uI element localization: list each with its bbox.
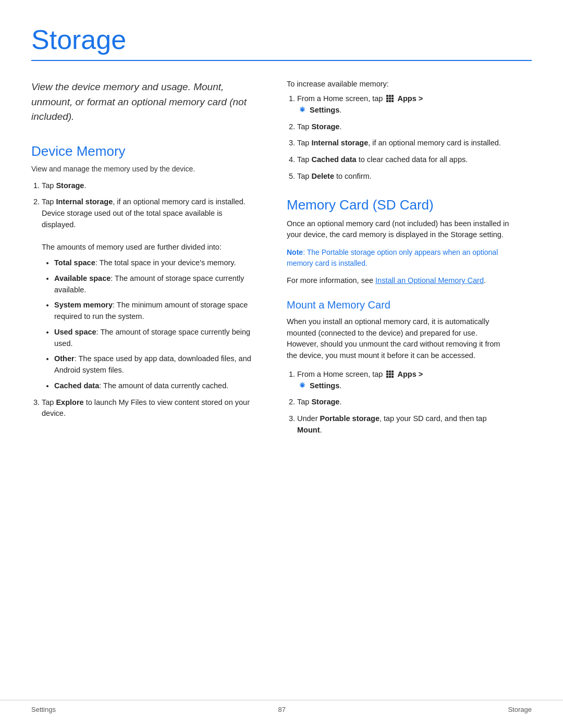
right-column: To increase available memory: From a Hom…: [287, 80, 511, 441]
svg-rect-14: [389, 373, 391, 375]
bullet-total-space: Total space: The total space in your dev…: [54, 257, 255, 269]
increase-step-3: Tap Internal storage, if an optional mem…: [297, 138, 511, 149]
svg-rect-0: [386, 95, 388, 97]
mount-apps-icon: [386, 370, 394, 378]
footer-right: Storage: [508, 706, 532, 713]
step-2-subnote: The amounts of memory used are further d…: [42, 243, 222, 251]
bullet-list: Total space: The total space in your dev…: [42, 257, 255, 392]
increase-memory-label: To increase available memory:: [287, 80, 511, 88]
svg-rect-3: [386, 97, 388, 100]
svg-rect-15: [391, 373, 394, 375]
mount-memory-card-title: Mount a Memory Card: [287, 299, 511, 311]
bullet-used-space: Used space: The amount of storage space …: [54, 327, 255, 350]
svg-rect-17: [389, 376, 391, 378]
footer-center: 87: [278, 706, 285, 713]
increase-step-4: Tap Cached data to clear cached data for…: [297, 154, 511, 166]
footer-left: Settings: [31, 706, 56, 713]
increase-step-1: From a Home screen, tap: [297, 93, 511, 116]
page-container: Storage View the device memory and usage…: [0, 0, 563, 483]
bullet-available-space: Available space: The amount of storage s…: [54, 273, 255, 296]
more-info-text: For more information, see Install an Opt…: [287, 275, 511, 287]
step-3-bold: Explore: [56, 398, 83, 406]
svg-rect-16: [386, 376, 388, 378]
left-column: View the device memory and usage. Mount,…: [31, 80, 255, 441]
settings-icon: [298, 106, 307, 114]
mount-description: When you install an optional memory card…: [287, 316, 511, 362]
step-2: Tap Internal storage, if an optional mem…: [42, 196, 255, 391]
memory-card-description: Once an optional memory card (not includ…: [287, 218, 511, 241]
apps-label: Apps >: [397, 94, 423, 103]
svg-rect-10: [386, 371, 388, 373]
increase-step-5: Tap Delete to confirm.: [297, 171, 511, 182]
bullet-other: Other: The space used by app data, downl…: [54, 353, 255, 376]
bullet-cached-data: Cached data: The amount of data currentl…: [54, 380, 255, 392]
mount-step-1: From a Home screen, tap: [297, 369, 511, 392]
settings-label: Settings: [310, 106, 339, 114]
apps-icon: [386, 94, 394, 103]
page-footer: Settings 87 Storage: [0, 700, 563, 713]
svg-rect-7: [389, 100, 391, 102]
svg-rect-12: [391, 371, 394, 373]
memory-card-note: Note: The Portable storage option only a…: [287, 247, 511, 269]
intro-text: View the device memory and usage. Mount,…: [31, 80, 255, 125]
bullet-system-memory: System memory: The minimum amount of sto…: [54, 300, 255, 323]
svg-rect-18: [391, 376, 394, 378]
svg-rect-8: [391, 100, 394, 102]
svg-rect-13: [386, 373, 388, 375]
mount-steps: From a Home screen, tap: [287, 369, 511, 436]
svg-rect-11: [389, 371, 391, 373]
device-memory-subtitle: View and manage the memory used by the d…: [31, 165, 255, 173]
increase-step-2: Tap Storage.: [297, 121, 511, 133]
step-3: Tap Explore to launch My Files to view c…: [42, 397, 255, 420]
mount-settings-label: Settings: [310, 381, 339, 390]
step-1-bold: Storage: [56, 181, 84, 190]
increase-memory-steps: From a Home screen, tap: [287, 93, 511, 182]
svg-rect-5: [391, 97, 394, 100]
memory-card-title: Memory Card (SD Card): [287, 197, 511, 213]
title-divider: [31, 60, 532, 61]
mount-settings-icon: [298, 381, 307, 390]
mount-apps-label: Apps >: [397, 370, 423, 378]
mount-step-3: Under Portable storage, tap your SD card…: [297, 413, 511, 436]
svg-rect-4: [389, 97, 391, 100]
step-1: Tap Storage.: [42, 180, 255, 192]
svg-rect-2: [391, 95, 394, 97]
device-memory-steps: Tap Storage. Tap Internal storage, if an…: [31, 180, 255, 420]
device-memory-title: Device Memory: [31, 143, 255, 159]
svg-rect-6: [386, 100, 388, 102]
mount-step-2: Tap Storage.: [297, 397, 511, 408]
page-title: Storage: [31, 25, 532, 55]
two-column-layout: View the device memory and usage. Mount,…: [31, 80, 532, 441]
step-2-bold: Internal storage: [56, 198, 113, 206]
install-memory-card-link[interactable]: Install an Optional Memory Card: [375, 276, 484, 285]
svg-rect-1: [389, 95, 391, 97]
